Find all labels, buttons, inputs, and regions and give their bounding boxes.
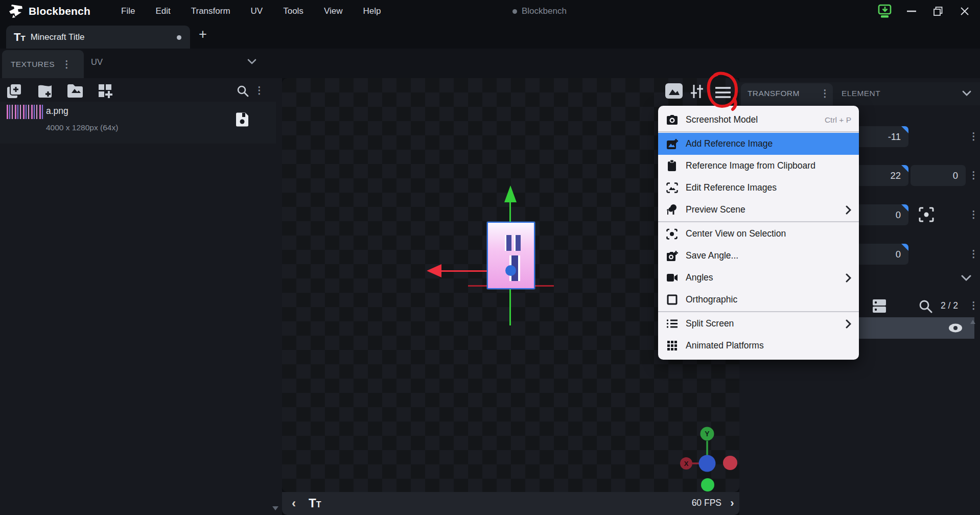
project-tab-label: Minecraft Title — [31, 32, 85, 42]
menu-tools[interactable]: Tools — [273, 0, 314, 22]
grid-icon — [666, 340, 678, 352]
visibility-eye-icon[interactable] — [948, 321, 963, 335]
bottom-title-format-icon[interactable]: TT — [309, 496, 321, 512]
menu-file[interactable]: File — [111, 0, 145, 22]
menu-item-animated-platforms[interactable]: Animated Platforms — [658, 335, 859, 357]
menu-item-reference-image-from-clipboard[interactable]: Reference Image from Clipboard — [658, 155, 859, 177]
open-texture-folder-icon[interactable] — [66, 83, 85, 99]
split-screen-icon — [666, 318, 678, 330]
save-texture-icon[interactable] — [235, 112, 249, 127]
window-status-dot — [512, 9, 517, 14]
new-tab-button[interactable] — [195, 27, 211, 42]
tab-transform-label[interactable]: TRANSFORM — [748, 89, 800, 98]
scroll-down-icon[interactable] — [272, 506, 278, 510]
slider-corner — [901, 244, 908, 251]
outliner-kebab-icon[interactable] — [969, 300, 977, 310]
transform-kebab-icon[interactable] — [820, 88, 830, 98]
menu-item-split-screen[interactable]: Split Screen — [658, 313, 859, 335]
outliner-counter: 2 / 2 — [941, 300, 958, 311]
view-axis-gizmo[interactable]: Y X — [667, 424, 746, 503]
append-palette-icon[interactable] — [97, 83, 113, 99]
textures-menu-kebab-icon[interactable] — [62, 59, 72, 69]
update-available-icon[interactable] — [872, 0, 898, 22]
texture-thumbnail — [7, 105, 44, 119]
blockbench-logo-icon — [8, 5, 24, 18]
pivot-point-dot[interactable] — [505, 265, 516, 276]
size-y-field[interactable]: 0 — [911, 165, 966, 186]
texture-details: 4000 x 1280px (64x) — [46, 123, 118, 132]
viewport-bottom-bar: ‹ TT 60 FPS › — [282, 492, 739, 515]
viewport-menu-hamburger-icon[interactable] — [715, 87, 731, 98]
menu-item-screenshot-model[interactable]: Screenshot Model Ctrl + P — [658, 109, 859, 131]
texture-list-kebab-icon[interactable] — [254, 85, 264, 95]
tab-uv[interactable]: UV — [91, 57, 103, 67]
pivot-center-icon[interactable] — [918, 206, 935, 223]
outliner-search-icon[interactable] — [918, 299, 932, 313]
menu-item-save-angle[interactable]: Save Angle... — [658, 245, 859, 267]
menu-item-angles[interactable]: Angles — [658, 267, 859, 289]
row1-kebab-icon[interactable] — [969, 131, 977, 141]
right-panel-header: TRANSFORM ELEMENT — [739, 82, 980, 105]
menu-separator — [658, 131, 859, 132]
minimize-button[interactable] — [898, 0, 925, 22]
menu-edit[interactable]: Edit — [145, 0, 180, 22]
viewport-background-icon[interactable] — [665, 83, 683, 99]
menu-item-center-view-on-selection[interactable]: Center View on Selection — [658, 223, 859, 245]
tab-element[interactable]: ELEMENT — [842, 89, 880, 98]
section-collapse-chevron-icon[interactable] — [961, 275, 971, 282]
import-texture-icon[interactable] — [37, 83, 53, 99]
menu-help[interactable]: Help — [353, 0, 391, 22]
outliner-scroll-up-icon[interactable] — [970, 320, 975, 324]
viewport-settings-sliders-icon[interactable] — [689, 84, 705, 99]
menu-item-preview-scene[interactable]: Preview Scene — [658, 199, 859, 221]
svg-text:X: X — [684, 460, 689, 467]
submenu-chevron-icon — [846, 273, 851, 283]
center-view-icon — [666, 228, 678, 240]
svg-text:Y: Y — [705, 430, 710, 438]
edit-images-icon — [666, 182, 678, 194]
title-format-icon: TT — [14, 32, 26, 43]
project-tab-minecraft-title[interactable]: TT Minecraft Title — [6, 26, 190, 49]
main-toolbar-row: TEXTURES UV Parent — [0, 49, 980, 78]
panel-collapse-chevron-icon[interactable] — [247, 59, 256, 65]
project-tab-bar: TT Minecraft Title — [0, 22, 980, 49]
tab-textures[interactable]: TEXTURES — [2, 50, 84, 78]
title-bar: Blockbench File Edit Transform UV Tools … — [0, 0, 980, 22]
row2-kebab-icon[interactable] — [969, 170, 977, 180]
scene-icon — [666, 204, 678, 216]
slider-corner — [901, 126, 908, 133]
texture-list-item[interactable]: a.png 4000 x 1280px (64x) — [0, 102, 276, 144]
save-angle-icon — [666, 250, 678, 262]
create-texture-icon[interactable] — [6, 83, 22, 99]
menu-item-add-reference-image[interactable]: Add Reference Image — [658, 133, 859, 155]
camera-icon — [666, 114, 678, 126]
row3-kebab-icon[interactable] — [969, 209, 977, 219]
menu-transform[interactable]: Transform — [181, 0, 241, 22]
menu-separator — [658, 221, 859, 222]
menu-item-orthographic[interactable]: Orthographic — [658, 289, 859, 311]
menu-uv[interactable]: UV — [241, 0, 273, 22]
angles-icon — [666, 272, 678, 284]
next-page-chevron-icon[interactable]: › — [726, 496, 739, 510]
prev-page-chevron-icon[interactable]: ‹ — [287, 496, 300, 510]
restore-button[interactable] — [925, 0, 951, 22]
menu-view[interactable]: View — [314, 0, 353, 22]
blockbench-window: Blockbench File Edit Transform UV Tools … — [0, 0, 980, 515]
orthographic-icon — [666, 294, 678, 306]
unsaved-indicator-dot — [177, 35, 181, 40]
viewport-context-menu: Screenshot Model Ctrl + P Add Reference … — [658, 106, 859, 360]
slider-corner — [901, 204, 908, 212]
texture-search-icon[interactable] — [236, 84, 249, 98]
model-letter[interactable] — [487, 222, 535, 289]
add-image-icon — [666, 138, 678, 150]
outliner-hierarchy-icon[interactable] — [871, 298, 888, 314]
window-title: Blockbench — [512, 0, 567, 22]
textures-panel: a.png 4000 x 1280px (64x) — [0, 78, 282, 515]
submenu-chevron-icon — [846, 319, 851, 329]
fps-counter: 60 FPS — [670, 498, 721, 508]
menu-item-edit-reference-images[interactable]: Edit Reference Images — [658, 177, 859, 199]
shortcut-label: Ctrl + P — [825, 115, 851, 125]
close-button[interactable] — [951, 0, 978, 22]
element-collapse-chevron-icon[interactable] — [962, 90, 971, 97]
row4-kebab-icon[interactable] — [969, 249, 977, 259]
